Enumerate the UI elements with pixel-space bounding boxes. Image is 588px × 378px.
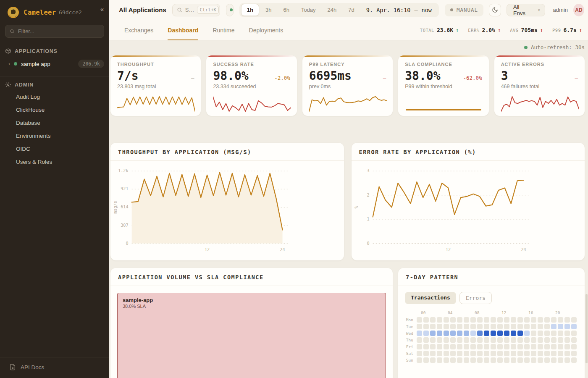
heatmap-cell[interactable] <box>504 317 509 323</box>
heatmap-cell[interactable] <box>544 351 550 356</box>
heatmap-cell[interactable] <box>464 317 469 323</box>
heatmap-cell[interactable] <box>511 324 516 329</box>
manual-refresh-button[interactable]: MANUAL <box>445 4 483 16</box>
heatmap-cell[interactable] <box>464 337 469 343</box>
heatmap-cell[interactable] <box>544 337 550 343</box>
heatmap-cell[interactable] <box>464 324 469 329</box>
heatmap-cell[interactable] <box>511 337 516 343</box>
heatmap-cell[interactable] <box>470 324 476 329</box>
heatmap-cell[interactable] <box>417 317 422 323</box>
heatmap-cell[interactable] <box>571 317 577 323</box>
heatmap-cell[interactable] <box>423 357 429 363</box>
chevron-right-icon[interactable]: › <box>8 61 10 67</box>
sidebar-filter[interactable] <box>5 25 104 38</box>
pattern-toggle-errors[interactable]: Errors <box>459 292 492 304</box>
heatmap-cell[interactable] <box>437 331 442 336</box>
time-range-1h[interactable]: 1h <box>241 4 259 16</box>
heatmap-cell[interactable] <box>524 331 530 336</box>
heatmap-cell[interactable] <box>517 351 523 356</box>
heatmap-cell[interactable] <box>544 331 550 336</box>
heatmap-cell[interactable] <box>531 357 536 363</box>
sidebar-item-users-roles[interactable]: Users & Roles <box>0 155 109 168</box>
avatar[interactable]: AD <box>573 4 584 16</box>
heatmap-cell[interactable] <box>517 331 523 336</box>
heatmap-cell[interactable] <box>423 351 429 356</box>
heatmap-cell[interactable] <box>538 331 543 336</box>
heatmap-cell[interactable] <box>430 344 436 349</box>
heatmap-cell[interactable] <box>457 324 462 329</box>
sidebar-item-clickhouse[interactable]: ClickHouse <box>0 103 109 116</box>
heatmap-cell[interactable] <box>477 344 483 349</box>
heatmap-cell[interactable] <box>504 337 509 343</box>
heatmap-cell[interactable] <box>457 344 462 349</box>
time-range-7d[interactable]: 7d <box>343 4 360 16</box>
heatmap-cell[interactable] <box>477 351 483 356</box>
heatmap-cell[interactable] <box>524 351 530 356</box>
heatmap-cell[interactable] <box>531 351 536 356</box>
heatmap-cell[interactable] <box>564 357 570 363</box>
heatmap-cell[interactable] <box>564 331 570 336</box>
time-range-24h[interactable]: 24h <box>322 4 342 16</box>
heatmap-cell[interactable] <box>484 357 489 363</box>
heatmap-cell[interactable] <box>551 337 556 343</box>
heatmap-cell[interactable] <box>450 331 456 336</box>
heatmap-cell[interactable] <box>511 331 516 336</box>
sidebar-item-audit-log[interactable]: Audit Log <box>0 90 109 103</box>
heatmap-cell[interactable] <box>477 331 483 336</box>
heatmap-cell[interactable] <box>544 324 550 329</box>
heatmap-cell[interactable] <box>504 324 509 329</box>
heatmap-cell[interactable] <box>531 344 536 349</box>
heatmap-cell[interactable] <box>571 337 577 343</box>
tab-exchanges[interactable]: Exchanges <box>124 20 153 40</box>
sidebar-item-environments[interactable]: Environments <box>0 129 109 142</box>
heatmap-cell[interactable] <box>497 324 503 329</box>
heatmap-cell[interactable] <box>524 317 530 323</box>
heatmap-cell[interactable] <box>444 344 449 349</box>
heatmap-cell[interactable] <box>504 331 509 336</box>
heatmap-cell[interactable] <box>497 337 503 343</box>
heatmap-cell[interactable] <box>517 337 523 343</box>
heatmap-cell[interactable] <box>558 324 563 329</box>
heatmap-cell[interactable] <box>484 331 489 336</box>
heatmap-cell[interactable] <box>538 337 543 343</box>
heatmap-cell[interactable] <box>470 344 476 349</box>
heatmap-cell[interactable] <box>477 357 483 363</box>
heatmap-cell[interactable] <box>491 324 496 329</box>
heatmap-cell[interactable] <box>484 317 489 323</box>
heatmap-cell[interactable] <box>517 357 523 363</box>
heatmap-cell[interactable] <box>423 317 429 323</box>
heatmap-cell[interactable] <box>444 317 449 323</box>
heatmap-cell[interactable] <box>538 324 543 329</box>
heatmap-cell[interactable] <box>558 337 563 343</box>
heatmap-cell[interactable] <box>450 351 456 356</box>
heatmap-cell[interactable] <box>484 344 489 349</box>
filter-input[interactable] <box>18 28 100 34</box>
heatmap-cell[interactable] <box>571 331 577 336</box>
heatmap-cell[interactable] <box>511 357 516 363</box>
heatmap-cell[interactable] <box>430 324 436 329</box>
heatmap-cell[interactable] <box>430 331 436 336</box>
heatmap-cell[interactable] <box>544 357 550 363</box>
heatmap-cell[interactable] <box>457 337 462 343</box>
heatmap-cell[interactable] <box>551 351 556 356</box>
heatmap-cell[interactable] <box>423 324 429 329</box>
heatmap-cell[interactable] <box>504 344 509 349</box>
heatmap-cell[interactable] <box>417 324 422 329</box>
heatmap-cell[interactable] <box>477 324 483 329</box>
tab-dashboard[interactable]: Dashboard <box>168 20 198 40</box>
heatmap-cell[interactable] <box>417 357 422 363</box>
heatmap-cell[interactable] <box>444 351 449 356</box>
heatmap-cell[interactable] <box>564 344 570 349</box>
heatmap-cell[interactable] <box>484 351 489 356</box>
heatmap-cell[interactable] <box>470 351 476 356</box>
heatmap-cell[interactable] <box>437 344 442 349</box>
heatmap-cell[interactable] <box>544 344 550 349</box>
heatmap-cell[interactable] <box>524 357 530 363</box>
heatmap-cell[interactable] <box>491 357 496 363</box>
tab-deployments[interactable]: Deployments <box>249 20 284 40</box>
heatmap-cell[interactable] <box>517 324 523 329</box>
sidebar-item-database[interactable]: Database <box>0 116 109 129</box>
time-range-3h[interactable]: 3h <box>260 4 277 16</box>
heatmap-cell[interactable] <box>477 317 483 323</box>
heatmap-cell[interactable] <box>437 317 442 323</box>
